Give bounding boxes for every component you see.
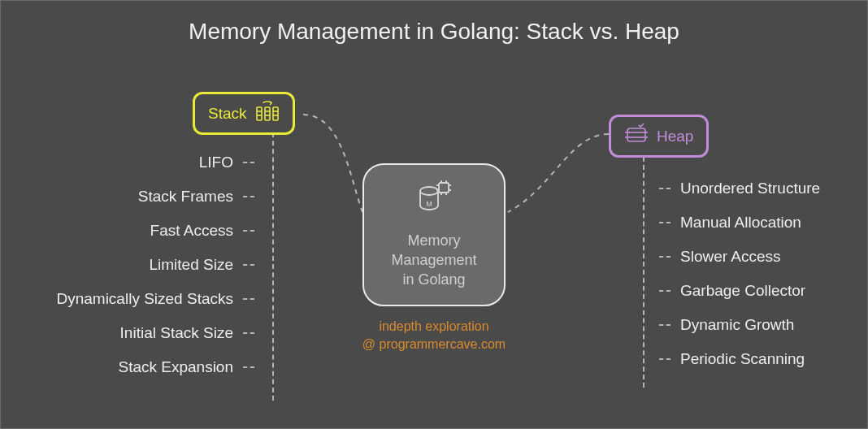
list-item: Stack Expansion [56, 358, 254, 376]
heap-label: Heap [657, 128, 693, 145]
stack-node: Stack [193, 92, 295, 135]
stack-icon [255, 101, 280, 126]
tick-icon [243, 230, 254, 232]
center-line-3: in Golang [402, 270, 465, 289]
stack-items: LIFO Stack Frames Fast Access Limited Si… [56, 154, 254, 376]
tick-icon [243, 332, 254, 334]
heap-item-label: Slower Access [680, 248, 781, 266]
list-item: Periodic Scanning [659, 350, 820, 368]
stack-guide-line [272, 132, 274, 401]
stack-label: Stack [208, 105, 247, 123]
tick-icon [243, 162, 254, 163]
list-item: Slower Access [659, 248, 820, 266]
center-node: M Memory Management in Golang [362, 163, 506, 306]
svg-rect-0 [257, 107, 262, 120]
list-item: Garbage Collector [659, 282, 820, 300]
tick-icon [659, 222, 671, 223]
svg-point-16 [420, 187, 438, 195]
tick-icon [659, 290, 671, 292]
heap-item-label: Unordered Structure [680, 180, 820, 197]
list-item: Limited Size [56, 256, 254, 274]
list-item: Stack Frames [56, 188, 254, 206]
list-item: Manual Allocation [659, 214, 820, 232]
heap-icon [624, 124, 649, 149]
tick-icon [243, 264, 254, 266]
stack-item-label: Dynamically Sized Stacks [56, 290, 233, 308]
heap-guide-line [643, 157, 644, 388]
svg-rect-1 [265, 107, 270, 120]
stack-item-label: Initial Stack Size [120, 324, 233, 342]
stack-item-label: Limited Size [150, 256, 234, 274]
tick-icon [659, 256, 671, 258]
heap-item-label: Garbage Collector [680, 282, 805, 300]
tick-icon [243, 366, 254, 368]
stack-item-label: Stack Frames [138, 188, 233, 206]
list-item: Dynamic Growth [659, 316, 820, 334]
list-item: Fast Access [56, 222, 254, 240]
stack-item-label: Fast Access [150, 222, 233, 240]
center-line-1: Memory [407, 231, 460, 250]
tick-icon [659, 358, 671, 360]
tick-icon [659, 188, 671, 189]
list-item: Initial Stack Size [56, 324, 254, 342]
footer-line-1: indepth exploration [362, 318, 506, 336]
svg-rect-18 [439, 183, 449, 193]
tick-icon [659, 324, 671, 326]
list-item: LIFO [56, 154, 254, 171]
svg-text:M: M [426, 200, 432, 208]
footer-line-2: @ programmercave.com [362, 336, 506, 353]
stack-item-label: LIFO [199, 154, 233, 171]
stack-item-label: Stack Expansion [118, 358, 233, 376]
page-title: Memory Management in Golang: Stack vs. H… [1, 1, 867, 45]
list-item: Unordered Structure [659, 180, 820, 197]
center-line-2: Management [391, 250, 476, 270]
memory-icon: M [414, 180, 454, 220]
svg-rect-9 [627, 128, 645, 141]
heap-item-label: Periodic Scanning [680, 350, 805, 368]
svg-rect-2 [273, 107, 278, 120]
footer-attribution: indepth exploration @ programmercave.com [362, 318, 506, 353]
heap-items: Unordered Structure Manual Allocation Sl… [659, 180, 820, 368]
tick-icon [243, 298, 254, 300]
list-item: Dynamically Sized Stacks [56, 290, 254, 308]
heap-item-label: Dynamic Growth [680, 316, 794, 334]
heap-item-label: Manual Allocation [680, 214, 801, 232]
heap-node: Heap [609, 115, 709, 158]
tick-icon [243, 196, 254, 197]
